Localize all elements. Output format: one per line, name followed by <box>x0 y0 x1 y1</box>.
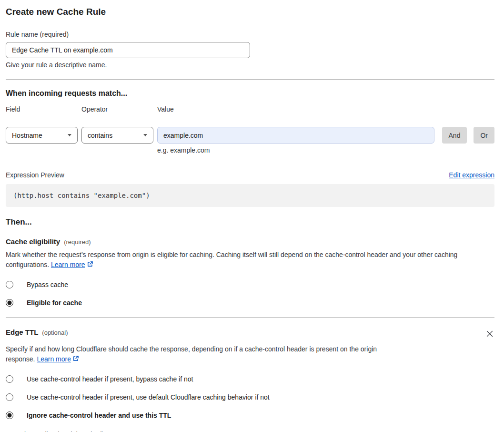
cache-eligibility-header: Cache eligibility (required) <box>6 237 494 246</box>
match-heading: When incoming requests match... <box>6 89 494 98</box>
value-helper: e.g. example.com <box>157 146 494 154</box>
edge-ttl-learn-more-link[interactable]: Learn more <box>37 355 71 363</box>
field-label: Field <box>6 105 78 113</box>
radio-icon <box>6 411 13 419</box>
radio-label: Use cache-control header if present, byp… <box>27 375 193 383</box>
radio-bypass-cache[interactable]: Bypass cache <box>6 281 494 288</box>
radio-use-header-bypass[interactable]: Use cache-control header if present, byp… <box>6 375 494 383</box>
cache-eligibility-learn-more-link[interactable]: Learn more <box>51 261 85 268</box>
expression-code: (http.host contains "example.com") <box>6 184 494 207</box>
match-controls-row: Hostname contains And Or <box>6 127 494 144</box>
edge-ttl-close-button[interactable] <box>485 329 494 340</box>
then-heading: Then... <box>6 217 494 227</box>
rule-name-helper: Give your rule a descriptive name. <box>6 61 494 69</box>
radio-label: Bypass cache <box>27 281 68 288</box>
edge-ttl-description: Specify if and how long Cloudflare shoul… <box>6 344 406 365</box>
radio-icon <box>6 281 13 288</box>
rule-name-label: Rule name (required) <box>6 31 494 38</box>
radio-label: Eligible for cache <box>27 299 82 307</box>
radio-label: Ignore cache-control header and use this… <box>27 411 171 419</box>
radio-icon <box>6 375 13 383</box>
external-link-icon <box>87 260 93 270</box>
match-labels-row: Field Operator Value AndOr <box>6 105 494 122</box>
cache-eligibility-description: Mark whether the request’s response from… <box>6 250 494 270</box>
field-select-value: Hostname <box>12 132 42 139</box>
radio-eligible-for-cache[interactable]: Eligible for cache <box>6 299 494 307</box>
create-cache-rule-form: Create new Cache Rule Rule name (require… <box>0 0 504 432</box>
operator-select[interactable]: contains <box>81 127 153 144</box>
or-button[interactable]: Or <box>474 127 494 144</box>
section-divider <box>6 79 494 80</box>
edge-ttl-optional-badge: (optional) <box>42 329 68 336</box>
field-select[interactable]: Hostname <box>6 127 78 144</box>
expression-preview-label: Expression Preview <box>6 171 64 179</box>
page-title: Create new Cache Rule <box>6 7 494 17</box>
external-link-icon <box>72 355 79 365</box>
radio-icon <box>6 393 13 401</box>
cache-eligibility-required-badge: (required) <box>64 238 91 246</box>
operator-label: Operator <box>81 105 153 113</box>
value-input[interactable] <box>157 127 434 144</box>
rule-name-input[interactable] <box>6 42 250 58</box>
section-divider <box>6 317 494 318</box>
operator-select-value: contains <box>88 132 112 139</box>
edge-ttl-header: Edge TTL (optional) <box>6 328 494 340</box>
expression-preview-row: Expression Preview Edit expression <box>6 171 494 179</box>
chevron-down-icon <box>143 134 147 136</box>
radio-use-header-default[interactable]: Use cache-control header if present, use… <box>6 393 494 401</box>
edge-ttl-title: Edge TTL <box>6 328 38 336</box>
value-label: Value <box>157 105 434 113</box>
cache-eligibility-title: Cache eligibility <box>6 237 60 246</box>
radio-label: Use cache-control header if present, use… <box>27 393 270 401</box>
radio-icon <box>6 299 13 307</box>
and-button[interactable]: And <box>442 127 467 144</box>
edit-expression-link[interactable]: Edit expression <box>449 171 494 179</box>
close-icon <box>486 332 494 339</box>
radio-ignore-header-use-ttl[interactable]: Ignore cache-control header and use this… <box>6 411 494 419</box>
chevron-down-icon <box>68 134 71 136</box>
